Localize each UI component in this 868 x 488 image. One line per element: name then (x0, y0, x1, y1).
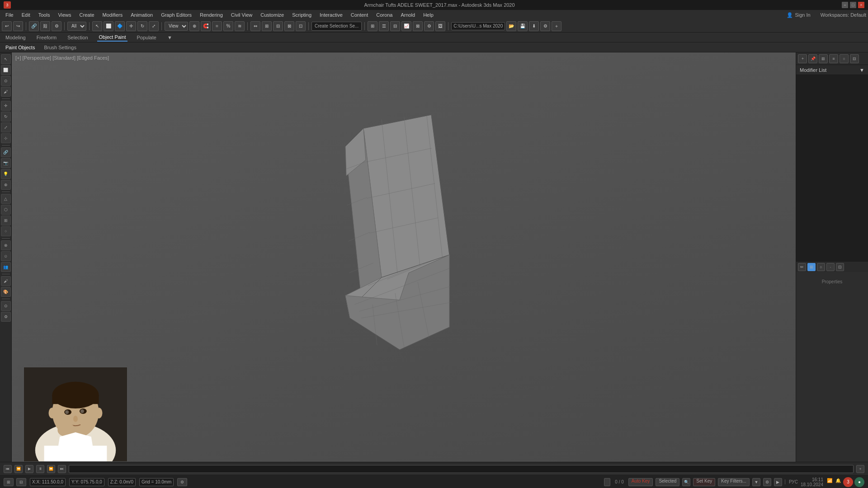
minimize-button[interactable]: − (842, 2, 848, 8)
material-button[interactable]: 🎨 (1, 287, 11, 297)
place-button[interactable]: ⊹ (1, 133, 11, 143)
rp-display-icon-btn[interactable]: ⊡ (836, 263, 844, 271)
set-key-button[interactable]: Set Key (693, 478, 715, 486)
helper-button[interactable]: ⊕ (1, 180, 11, 190)
mirror-button[interactable]: ⇔ (250, 21, 260, 31)
rotate-button[interactable]: ↻ (137, 21, 147, 31)
menu-customize[interactable]: Customize (257, 11, 288, 19)
rp-hierarchy-icon-btn[interactable]: ○ (817, 263, 825, 271)
menu-civil-view[interactable]: Civil View (227, 11, 256, 19)
tab-populate[interactable]: Populate (135, 34, 158, 41)
scale-button[interactable]: ⤢ (149, 21, 159, 31)
crowd-button[interactable]: 👥 (1, 262, 11, 272)
rp-pin-button[interactable]: 📌 (808, 54, 817, 63)
snap-button[interactable]: 🧲 (201, 21, 211, 31)
rp-list-button[interactable]: ≡ (829, 54, 838, 63)
tab-more-button[interactable]: ▼ (167, 35, 172, 40)
import-button[interactable]: ⬇ (529, 21, 539, 31)
auto-key-button[interactable]: Auto Key (628, 478, 653, 486)
search-button[interactable]: 🔍 (682, 478, 690, 486)
add-button[interactable]: ＋ (552, 21, 561, 31)
percent-snap-button[interactable]: % (223, 21, 233, 31)
grid-settings-button[interactable]: ⚙ (177, 478, 187, 486)
body-button[interactable]: ☺ (1, 251, 11, 261)
menu-scripting[interactable]: Scripting (288, 11, 315, 19)
undo-button[interactable]: ↩ (2, 21, 12, 31)
timeline-next-button[interactable]: ⏩ (47, 465, 55, 473)
clone-align-button[interactable]: ⊡ (296, 21, 306, 31)
pivot-button[interactable]: ⊕ (189, 21, 199, 31)
paint-objects-tab[interactable]: Paint Objects (4, 44, 37, 51)
signin-button[interactable]: 👤 Sign In (787, 12, 810, 18)
selected-button[interactable]: Selected (656, 478, 679, 486)
filter-button[interactable]: ▼ (752, 478, 760, 486)
timeline-add-key-button[interactable]: ＋ (856, 465, 864, 473)
tab-freeform[interactable]: Freeform (35, 34, 59, 41)
timeline-stop-button[interactable]: ⏸ (36, 465, 44, 473)
spinner-snap-button[interactable]: ≋ (235, 21, 245, 31)
rp-motion-icon-btn[interactable]: · (826, 263, 835, 271)
dope-sheet-button[interactable]: ⊠ (413, 21, 423, 31)
add-time-tag-button[interactable] (604, 478, 610, 486)
compound-button[interactable]: ⊞ (1, 216, 11, 225)
move-button[interactable]: ✛ (126, 21, 136, 31)
rp-grid-button[interactable]: ⊞ (819, 54, 828, 63)
select-obj-button[interactable]: ↖ (1, 54, 11, 64)
link-left-button[interactable]: 🔗 (1, 147, 11, 157)
tab-selection[interactable]: Selection (66, 34, 90, 41)
scene-browser-button[interactable]: ☰ (379, 21, 389, 31)
tab-modeling[interactable]: Modeling (4, 34, 28, 41)
paint-sel-button[interactable]: 🖌 (1, 87, 11, 97)
move-left-button[interactable]: ✛ (1, 101, 11, 111)
geometry-button[interactable]: △ (1, 194, 11, 204)
filter-dropdown[interactable]: All (67, 22, 86, 31)
tab-object-paint[interactable]: Object Paint (97, 33, 128, 42)
timeline-end-button[interactable]: ⏭ (58, 465, 66, 473)
menu-rendering[interactable]: Rendering (196, 11, 226, 19)
select-button[interactable]: ↖ (92, 21, 102, 31)
rp-modify-icon-btn[interactable]: ⊞ (807, 263, 816, 271)
light-button[interactable]: 💡 (1, 169, 11, 179)
modifier-list-dropdown-icon[interactable]: ▼ (859, 67, 864, 73)
app-taskbar-icon[interactable]: ● (854, 477, 864, 487)
rp-box-button[interactable]: ⊟ (850, 54, 859, 63)
options-button[interactable]: ⚙ (763, 478, 771, 486)
align-button[interactable]: ⊞ (262, 21, 272, 31)
menu-help[interactable]: Help (420, 11, 437, 19)
menu-corona[interactable]: Corona (373, 11, 396, 19)
grid-align-button[interactable]: ⊟ (273, 21, 283, 31)
more-options-button[interactable]: ▶ (774, 478, 782, 486)
save-file-button[interactable]: 💾 (518, 21, 528, 31)
scale-left-button[interactable]: ⤢ (1, 122, 11, 132)
rotate-left-button[interactable]: ↻ (1, 112, 11, 122)
settings-left-button[interactable]: ⚙ (1, 312, 11, 322)
more-left-button[interactable]: ⊙ (1, 301, 11, 311)
layer-button[interactable]: ⊞ (368, 21, 377, 31)
rp-pencil-icon-btn[interactable]: ✏ (798, 263, 806, 271)
viewport-grid-button[interactable]: ⊞ (4, 478, 14, 486)
unlink-button[interactable]: ⛓ (40, 21, 50, 31)
maximize-button[interactable]: □ (850, 2, 856, 8)
viewport-mode-button[interactable]: ⊟ (16, 478, 26, 486)
settings-button[interactable]: ⚙ (540, 21, 550, 31)
timeline-play-button[interactable]: ▶ (25, 465, 33, 473)
menu-edit[interactable]: Edit (18, 11, 34, 19)
timeline-prev-button[interactable]: ⏪ (14, 465, 23, 473)
viewport[interactable]: [+] [Perspective] [Standard] [Edged Face… (12, 52, 796, 462)
paint-brush-button[interactable]: 🖌 (1, 276, 11, 286)
view-dropdown[interactable]: View (165, 22, 188, 31)
particle-button[interactable]: ⁘ (1, 226, 11, 236)
curve-editor-button[interactable]: 📈 (401, 21, 411, 31)
shape-button[interactable]: ⬡ (1, 205, 11, 215)
select-link-button[interactable]: 🔗 (29, 21, 39, 31)
menu-file[interactable]: File (2, 11, 17, 19)
timeline-start-button[interactable]: ⏮ (4, 465, 12, 473)
menu-views[interactable]: Views (54, 11, 75, 19)
close-button[interactable]: × (858, 2, 864, 8)
menu-content[interactable]: Content (347, 11, 372, 19)
select-region-button[interactable]: ⬜ (104, 21, 113, 31)
key-filters-button[interactable]: Key Filters... (718, 478, 750, 486)
render-button[interactable]: 🖼 (435, 21, 445, 31)
select-region-left-button[interactable]: ⬜ (1, 65, 11, 75)
menu-create[interactable]: Create (76, 11, 98, 19)
